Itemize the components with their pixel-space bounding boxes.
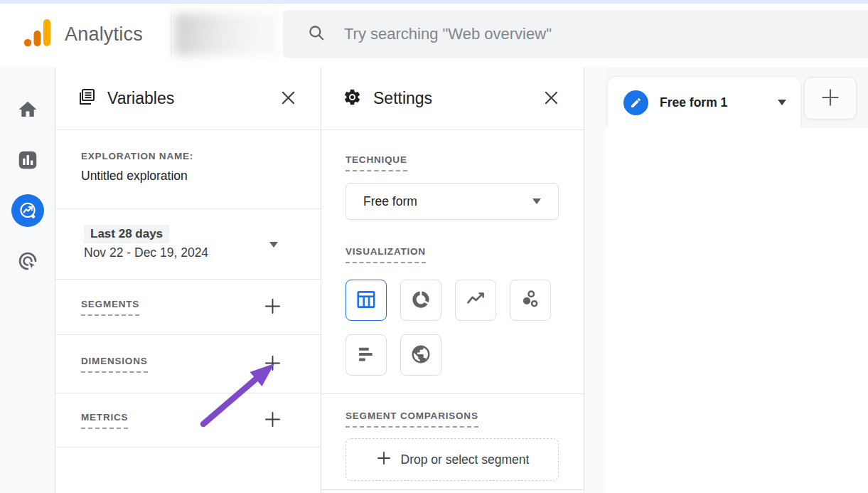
viz-scatter-button[interactable] xyxy=(510,280,551,321)
search-icon xyxy=(307,23,326,45)
settings-close-button[interactable] xyxy=(540,87,562,111)
visualization-label: VISUALIZATION xyxy=(345,246,426,263)
viz-geo-button[interactable] xyxy=(400,334,441,376)
advertising-icon xyxy=(16,250,39,275)
visualization-grid xyxy=(345,280,559,376)
segments-section: SEGMENTS xyxy=(55,280,321,335)
viz-bar-button[interactable] xyxy=(345,334,387,376)
technique-dropdown[interactable]: Free form xyxy=(345,183,559,220)
free-form-canvas[interactable] xyxy=(605,128,868,493)
viz-donut-button[interactable] xyxy=(400,280,441,321)
viz-table-button[interactable] xyxy=(345,280,387,321)
nav-item-reports[interactable] xyxy=(0,142,55,181)
settings-gear-icon xyxy=(343,88,362,110)
add-icon xyxy=(263,410,282,431)
geo-map-icon xyxy=(410,344,432,367)
chevron-down-icon xyxy=(532,198,541,204)
scatter-plot-icon xyxy=(520,289,541,312)
analytics-app: Analytics xyxy=(0,0,868,493)
technique-section: TECHNIQUE Free form xyxy=(321,130,584,220)
search-bar[interactable] xyxy=(283,10,868,58)
home-icon xyxy=(17,99,38,123)
nav-item-home[interactable] xyxy=(0,91,55,131)
segment-drop-label: Drop or select segment xyxy=(401,452,530,467)
settings-panel-title: Settings xyxy=(373,89,529,108)
date-range-value: Nov 22 - Dec 19, 2024 xyxy=(84,245,299,260)
add-icon xyxy=(820,87,841,110)
chevron-down-icon xyxy=(269,242,278,248)
close-icon xyxy=(280,90,296,108)
metrics-add-button[interactable] xyxy=(260,407,285,434)
dimensions-add-button[interactable] xyxy=(260,351,285,378)
bar-chart-icon xyxy=(355,344,377,367)
variables-close-button[interactable] xyxy=(277,87,299,111)
header-divider xyxy=(171,13,171,55)
dimensions-label: DIMENSIONS xyxy=(81,356,148,373)
segments-label: SEGMENTS xyxy=(81,299,139,316)
account-selector[interactable] xyxy=(175,14,277,55)
exploration-name-label: EXPLORATION NAME: xyxy=(81,151,193,161)
add-icon xyxy=(263,297,282,318)
viz-line-button[interactable] xyxy=(455,280,496,321)
technique-label: TECHNIQUE xyxy=(345,154,407,171)
segment-drop-target[interactable]: Drop or select segment xyxy=(345,438,559,481)
segment-comparisons-section: SEGMENT COMPARISONS Drop or select segme… xyxy=(345,409,559,481)
visualization-section: VISUALIZATION xyxy=(321,220,584,376)
top-app-bar: Analytics xyxy=(0,0,868,68)
variables-icon xyxy=(77,88,96,110)
brand[interactable]: Analytics xyxy=(23,18,143,50)
add-icon xyxy=(375,450,392,470)
add-tab-button[interactable] xyxy=(804,77,857,120)
tab-free-form-1[interactable]: Free form 1 xyxy=(608,77,800,128)
variables-panel: Variables EXPLORATION NAME: Untitled exp… xyxy=(55,68,321,493)
line-chart-icon xyxy=(465,289,486,312)
tab-label: Free form 1 xyxy=(660,95,766,110)
nav-item-advertising[interactable] xyxy=(0,243,55,282)
nav-item-explore[interactable] xyxy=(0,187,55,234)
segment-comparisons-label: SEGMENT COMPARISONS xyxy=(345,410,478,428)
technique-value: Free form xyxy=(363,194,532,209)
table-chart-icon xyxy=(355,289,377,312)
metrics-label: METRICS xyxy=(81,412,128,429)
metrics-section: METRICS xyxy=(55,393,321,447)
exploration-name-value[interactable]: Untitled exploration xyxy=(81,169,295,184)
settings-divider xyxy=(321,393,584,394)
analytics-logo-icon xyxy=(23,18,50,50)
add-icon xyxy=(263,354,282,375)
brand-name: Analytics xyxy=(65,23,143,46)
segments-add-button[interactable] xyxy=(260,294,285,321)
chevron-down-icon xyxy=(778,100,786,105)
exploration-canvas-area: Free form 1 xyxy=(584,68,868,493)
search-input[interactable] xyxy=(344,25,868,43)
settings-panel-header: Settings xyxy=(321,68,584,130)
exploration-name-section: EXPLORATION NAME: Untitled exploration xyxy=(55,130,321,209)
date-range-preset: Last 28 days xyxy=(84,225,169,243)
settings-bottom-divider xyxy=(321,489,584,490)
variables-panel-header: Variables xyxy=(55,68,321,130)
reports-icon xyxy=(18,150,38,173)
top-accent-strip xyxy=(0,0,868,4)
settings-panel: Settings TECHNIQUE Free form VISUALIZATI… xyxy=(321,68,584,493)
pencil-icon xyxy=(623,90,648,115)
donut-chart-icon xyxy=(410,289,432,312)
explore-icon xyxy=(11,194,44,227)
nav-rail xyxy=(0,68,55,493)
close-icon xyxy=(543,90,559,108)
date-range-selector[interactable]: Last 28 days Nov 22 - Dec 19, 2024 xyxy=(55,209,321,280)
dimensions-section: DIMENSIONS xyxy=(55,335,321,393)
canvas-gutter xyxy=(584,68,605,493)
variables-panel-title: Variables xyxy=(107,89,266,108)
